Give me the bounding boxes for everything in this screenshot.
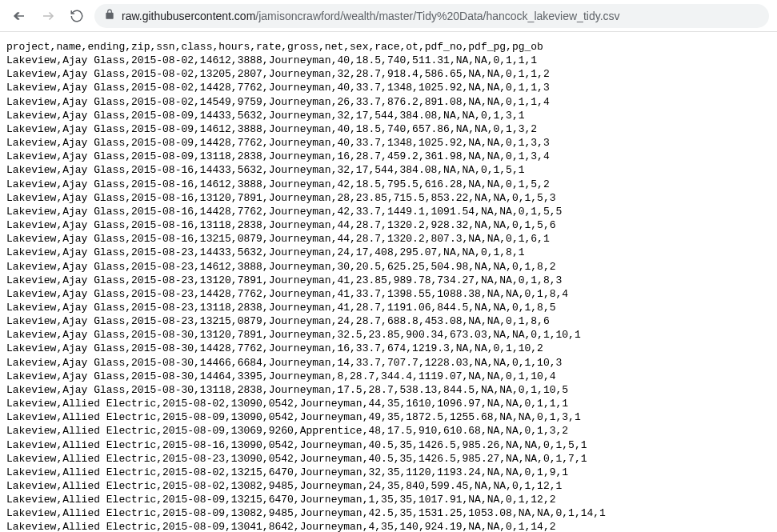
arrow-right-icon xyxy=(41,9,55,23)
url-host: raw.githubusercontent.com xyxy=(122,10,255,22)
forward-button[interactable] xyxy=(37,5,59,27)
browser-toolbar: raw.githubusercontent.com/jamisoncrawfor… xyxy=(0,0,777,32)
csv-content: project,name,ending,zip,ssn,class,hours,… xyxy=(0,32,777,532)
back-button[interactable] xyxy=(8,5,30,27)
address-bar[interactable]: raw.githubusercontent.com/jamisoncrawfor… xyxy=(94,4,769,28)
url-text: raw.githubusercontent.com/jamisoncrawfor… xyxy=(122,10,620,22)
arrow-left-icon xyxy=(12,9,26,23)
reload-icon xyxy=(70,9,84,23)
reload-button[interactable] xyxy=(66,5,88,27)
url-path: /jamisoncrawford/wealth/master/Tidy%20Da… xyxy=(255,10,619,22)
lock-icon xyxy=(104,9,115,22)
